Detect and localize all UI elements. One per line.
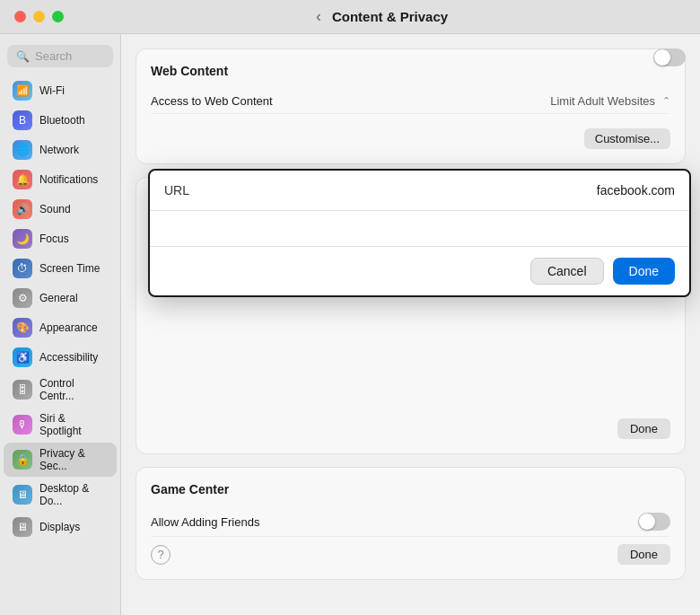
privacy-icon: 🔒 <box>13 450 32 470</box>
help-button[interactable]: ? <box>151 545 171 565</box>
game-center-section: Game Center Allow Adding Friends ? Done <box>136 467 686 580</box>
main-content-toggle[interactable] <box>653 48 686 66</box>
allowed-section: Allowed + URL Cancel Do <box>136 177 686 454</box>
url-done-button[interactable]: Done <box>613 258 675 285</box>
maximize-button[interactable] <box>52 11 64 22</box>
sidebar-label-wifi: Wi-Fi <box>39 84 65 97</box>
adding-friends-row: Allow Adding Friends <box>151 507 670 537</box>
traffic-lights <box>14 11 64 22</box>
screentime-icon: ⏱ <box>13 259 32 278</box>
sidebar-item-sound[interactable]: 🔊 Sound <box>4 195 117 224</box>
sidebar-label-general: General <box>39 292 78 304</box>
sidebar-label-screentime: Screen Time <box>39 262 100 275</box>
game-center-title: Game Center <box>151 482 670 496</box>
notifications-icon: 🔔 <box>13 170 32 189</box>
dialog-actions: Cancel Done <box>150 247 689 295</box>
bluetooth-icon: B <box>13 110 32 130</box>
sidebar-item-displays[interactable]: 🖥 Displays <box>4 513 117 541</box>
displays-icon: 🖥 <box>13 517 32 537</box>
content-area: 🔍 Search 📶 Wi-Fi B Bluetooth 🌐 Netwo <box>0 34 700 615</box>
sound-icon: 🔊 <box>13 199 32 219</box>
sidebar-item-general[interactable]: ⚙ General <box>4 284 117 312</box>
focus-icon: 🌙 <box>13 229 32 249</box>
limit-adult-value[interactable]: Limit Adult Websites ⌃ <box>550 94 670 108</box>
adding-friends-toggle-knob <box>639 514 655 530</box>
sidebar-label-control: Control Centr... <box>39 377 108 402</box>
url-label: URL <box>164 183 236 198</box>
search-bar[interactable]: 🔍 Search <box>7 45 113 67</box>
url-input-field[interactable] <box>236 183 675 198</box>
access-web-label: Access to Web Content <box>151 94 273 108</box>
toggle-knob <box>654 49 670 66</box>
network-icon: 🌐 <box>13 140 32 160</box>
sidebar: 🔍 Search 📶 Wi-Fi B Bluetooth 🌐 Netwo <box>0 34 121 615</box>
sidebar-item-notifications[interactable]: 🔔 Notifications <box>4 165 117 194</box>
cancel-button[interactable]: Cancel <box>530 258 604 285</box>
game-center-footer: ? Done <box>151 544 670 565</box>
sidebar-label-siri: Siri & Spotlight <box>39 412 108 437</box>
url-input-row: URL <box>150 171 689 211</box>
sidebar-item-focus[interactable]: 🌙 Focus <box>4 224 117 253</box>
sidebar-item-siri[interactable]: 🎙 Siri & Spotlight <box>4 408 117 442</box>
sidebar-label-displays: Displays <box>39 521 80 533</box>
sidebar-label-appearance: Appearance <box>39 321 98 334</box>
back-button[interactable]: ‹ <box>316 7 321 26</box>
title-bar-center: ‹ Content & Privacy <box>78 7 686 26</box>
sidebar-item-network[interactable]: 🌐 Network <box>4 136 117 164</box>
sidebar-label-bluetooth: Bluetooth <box>39 114 85 127</box>
main-window: ‹ Content & Privacy 🔍 Search 📶 Wi-Fi B B… <box>0 0 700 615</box>
sidebar-label-sound: Sound <box>39 203 71 215</box>
customise-button[interactable]: Customise... <box>584 128 670 149</box>
allowed-done-button[interactable]: Done <box>617 418 670 439</box>
content-privacy-toggle[interactable] <box>653 48 686 66</box>
accessibility-icon: ♿ <box>13 347 32 367</box>
wifi-icon: 📶 <box>13 81 32 101</box>
page-title: Content & Privacy <box>332 9 448 24</box>
sidebar-item-privacy[interactable]: 🔒 Privacy & Sec... <box>4 443 117 477</box>
title-bar: ‹ Content & Privacy <box>0 0 700 34</box>
url-second-row <box>150 211 689 247</box>
minimize-button[interactable] <box>33 11 45 22</box>
sidebar-label-privacy: Privacy & Sec... <box>39 447 108 472</box>
sidebar-item-appearance[interactable]: 🎨 Appearance <box>4 313 117 342</box>
search-placeholder: Search <box>35 49 72 63</box>
access-web-row: Access to Web Content Limit Adult Websit… <box>151 89 670 114</box>
adding-friends-toggle[interactable] <box>638 513 670 531</box>
main-content: Web Content Access to Web Content Limit … <box>121 34 700 615</box>
sidebar-label-focus: Focus <box>39 233 69 245</box>
control-icon: 🎛 <box>13 380 32 400</box>
appearance-icon: 🎨 <box>13 318 32 338</box>
adding-friends-label: Allow Adding Friends <box>151 515 259 529</box>
chevron-icon: ⌃ <box>662 95 670 107</box>
desktop-icon: 🖥 <box>13 485 32 505</box>
siri-icon: 🎙 <box>13 415 32 435</box>
web-content-section: Web Content Access to Web Content Limit … <box>136 48 686 164</box>
sidebar-label-network: Network <box>39 144 79 156</box>
sidebar-item-desktop[interactable]: 🖥 Desktop & Do... <box>4 478 117 512</box>
game-center-done-button[interactable]: Done <box>617 544 670 565</box>
sidebar-item-wifi[interactable]: 📶 Wi-Fi <box>4 76 117 105</box>
sidebar-item-control[interactable]: 🎛 Control Centr... <box>4 373 117 407</box>
sidebar-item-bluetooth[interactable]: B Bluetooth <box>4 106 117 135</box>
close-button[interactable] <box>14 11 26 22</box>
web-content-title: Web Content <box>151 64 670 78</box>
general-icon: ⚙ <box>13 288 32 308</box>
sidebar-label-notifications: Notifications <box>39 173 98 186</box>
sidebar-label-accessibility: Accessibility <box>39 351 98 364</box>
sidebar-item-accessibility[interactable]: ♿ Accessibility <box>4 343 117 372</box>
url-dialog: URL Cancel Done <box>148 169 691 297</box>
search-icon: 🔍 <box>16 50 30 63</box>
sidebar-label-desktop: Desktop & Do... <box>39 482 108 507</box>
sidebar-item-screentime[interactable]: ⏱ Screen Time <box>4 254 117 283</box>
